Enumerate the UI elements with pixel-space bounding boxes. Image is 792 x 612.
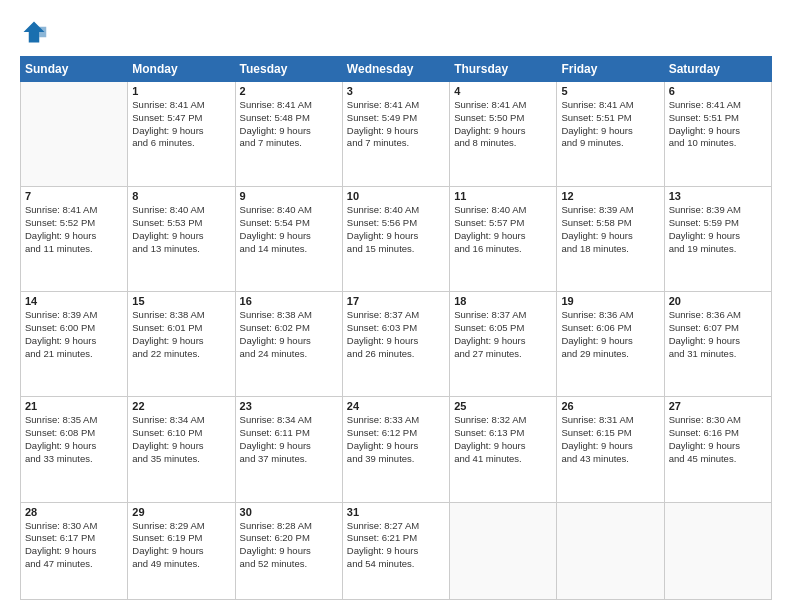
day-info: Sunrise: 8:29 AM Sunset: 6:19 PM Dayligh… [132,520,230,571]
day-number: 4 [454,85,552,97]
calendar-cell: 15Sunrise: 8:38 AM Sunset: 6:01 PM Dayli… [128,292,235,397]
day-number: 26 [561,400,659,412]
day-info: Sunrise: 8:41 AM Sunset: 5:48 PM Dayligh… [240,99,338,150]
logo-icon [20,18,48,46]
day-number: 11 [454,190,552,202]
day-info: Sunrise: 8:28 AM Sunset: 6:20 PM Dayligh… [240,520,338,571]
day-info: Sunrise: 8:39 AM Sunset: 5:58 PM Dayligh… [561,204,659,255]
calendar-cell: 11Sunrise: 8:40 AM Sunset: 5:57 PM Dayli… [450,187,557,292]
day-info: Sunrise: 8:30 AM Sunset: 6:17 PM Dayligh… [25,520,123,571]
calendar-header-sunday: Sunday [21,57,128,82]
day-info: Sunrise: 8:37 AM Sunset: 6:03 PM Dayligh… [347,309,445,360]
calendar-cell: 14Sunrise: 8:39 AM Sunset: 6:00 PM Dayli… [21,292,128,397]
calendar-table: SundayMondayTuesdayWednesdayThursdayFrid… [20,56,772,600]
calendar-header-row: SundayMondayTuesdayWednesdayThursdayFrid… [21,57,772,82]
calendar-week-row: 28Sunrise: 8:30 AM Sunset: 6:17 PM Dayli… [21,502,772,599]
calendar-cell: 20Sunrise: 8:36 AM Sunset: 6:07 PM Dayli… [664,292,771,397]
calendar-cell: 9Sunrise: 8:40 AM Sunset: 5:54 PM Daylig… [235,187,342,292]
day-info: Sunrise: 8:41 AM Sunset: 5:50 PM Dayligh… [454,99,552,150]
calendar-header-friday: Friday [557,57,664,82]
day-info: Sunrise: 8:41 AM Sunset: 5:51 PM Dayligh… [669,99,767,150]
day-number: 31 [347,506,445,518]
calendar-cell: 25Sunrise: 8:32 AM Sunset: 6:13 PM Dayli… [450,397,557,502]
day-info: Sunrise: 8:40 AM Sunset: 5:54 PM Dayligh… [240,204,338,255]
day-number: 28 [25,506,123,518]
calendar-cell: 27Sunrise: 8:30 AM Sunset: 6:16 PM Dayli… [664,397,771,502]
day-info: Sunrise: 8:32 AM Sunset: 6:13 PM Dayligh… [454,414,552,465]
day-number: 24 [347,400,445,412]
calendar-week-row: 7Sunrise: 8:41 AM Sunset: 5:52 PM Daylig… [21,187,772,292]
calendar-cell: 29Sunrise: 8:29 AM Sunset: 6:19 PM Dayli… [128,502,235,599]
day-number: 10 [347,190,445,202]
day-info: Sunrise: 8:34 AM Sunset: 6:11 PM Dayligh… [240,414,338,465]
logo [20,18,52,46]
calendar-cell [664,502,771,599]
day-info: Sunrise: 8:33 AM Sunset: 6:12 PM Dayligh… [347,414,445,465]
calendar-cell: 19Sunrise: 8:36 AM Sunset: 6:06 PM Dayli… [557,292,664,397]
calendar-cell: 12Sunrise: 8:39 AM Sunset: 5:58 PM Dayli… [557,187,664,292]
calendar-cell: 18Sunrise: 8:37 AM Sunset: 6:05 PM Dayli… [450,292,557,397]
day-info: Sunrise: 8:38 AM Sunset: 6:01 PM Dayligh… [132,309,230,360]
calendar-cell: 6Sunrise: 8:41 AM Sunset: 5:51 PM Daylig… [664,82,771,187]
day-number: 12 [561,190,659,202]
day-info: Sunrise: 8:41 AM Sunset: 5:51 PM Dayligh… [561,99,659,150]
day-number: 13 [669,190,767,202]
day-info: Sunrise: 8:36 AM Sunset: 6:07 PM Dayligh… [669,309,767,360]
day-number: 7 [25,190,123,202]
calendar-cell: 3Sunrise: 8:41 AM Sunset: 5:49 PM Daylig… [342,82,449,187]
calendar-cell: 23Sunrise: 8:34 AM Sunset: 6:11 PM Dayli… [235,397,342,502]
day-number: 15 [132,295,230,307]
svg-marker-1 [39,27,46,38]
day-info: Sunrise: 8:39 AM Sunset: 5:59 PM Dayligh… [669,204,767,255]
day-number: 16 [240,295,338,307]
day-number: 21 [25,400,123,412]
day-number: 8 [132,190,230,202]
day-number: 27 [669,400,767,412]
page: SundayMondayTuesdayWednesdayThursdayFrid… [0,0,792,612]
calendar-cell: 7Sunrise: 8:41 AM Sunset: 5:52 PM Daylig… [21,187,128,292]
calendar-cell [557,502,664,599]
calendar-week-row: 14Sunrise: 8:39 AM Sunset: 6:00 PM Dayli… [21,292,772,397]
calendar-cell: 17Sunrise: 8:37 AM Sunset: 6:03 PM Dayli… [342,292,449,397]
calendar-cell: 22Sunrise: 8:34 AM Sunset: 6:10 PM Dayli… [128,397,235,502]
calendar-header-thursday: Thursday [450,57,557,82]
day-number: 20 [669,295,767,307]
day-info: Sunrise: 8:37 AM Sunset: 6:05 PM Dayligh… [454,309,552,360]
calendar-cell: 10Sunrise: 8:40 AM Sunset: 5:56 PM Dayli… [342,187,449,292]
calendar-cell [450,502,557,599]
day-number: 6 [669,85,767,97]
calendar-header-saturday: Saturday [664,57,771,82]
day-info: Sunrise: 8:41 AM Sunset: 5:52 PM Dayligh… [25,204,123,255]
day-number: 9 [240,190,338,202]
calendar-cell: 16Sunrise: 8:38 AM Sunset: 6:02 PM Dayli… [235,292,342,397]
calendar-cell: 30Sunrise: 8:28 AM Sunset: 6:20 PM Dayli… [235,502,342,599]
day-info: Sunrise: 8:36 AM Sunset: 6:06 PM Dayligh… [561,309,659,360]
header [20,18,772,46]
day-info: Sunrise: 8:35 AM Sunset: 6:08 PM Dayligh… [25,414,123,465]
calendar-week-row: 1Sunrise: 8:41 AM Sunset: 5:47 PM Daylig… [21,82,772,187]
calendar-cell: 1Sunrise: 8:41 AM Sunset: 5:47 PM Daylig… [128,82,235,187]
day-info: Sunrise: 8:41 AM Sunset: 5:49 PM Dayligh… [347,99,445,150]
day-number: 5 [561,85,659,97]
day-number: 14 [25,295,123,307]
calendar-cell: 8Sunrise: 8:40 AM Sunset: 5:53 PM Daylig… [128,187,235,292]
calendar-cell: 28Sunrise: 8:30 AM Sunset: 6:17 PM Dayli… [21,502,128,599]
calendar-cell: 2Sunrise: 8:41 AM Sunset: 5:48 PM Daylig… [235,82,342,187]
day-number: 30 [240,506,338,518]
day-info: Sunrise: 8:40 AM Sunset: 5:56 PM Dayligh… [347,204,445,255]
calendar-cell: 24Sunrise: 8:33 AM Sunset: 6:12 PM Dayli… [342,397,449,502]
calendar-cell: 21Sunrise: 8:35 AM Sunset: 6:08 PM Dayli… [21,397,128,502]
day-number: 22 [132,400,230,412]
day-info: Sunrise: 8:41 AM Sunset: 5:47 PM Dayligh… [132,99,230,150]
calendar-header-monday: Monday [128,57,235,82]
day-info: Sunrise: 8:38 AM Sunset: 6:02 PM Dayligh… [240,309,338,360]
calendar-week-row: 21Sunrise: 8:35 AM Sunset: 6:08 PM Dayli… [21,397,772,502]
day-number: 23 [240,400,338,412]
day-number: 1 [132,85,230,97]
calendar-cell: 5Sunrise: 8:41 AM Sunset: 5:51 PM Daylig… [557,82,664,187]
day-number: 3 [347,85,445,97]
calendar-cell [21,82,128,187]
day-info: Sunrise: 8:31 AM Sunset: 6:15 PM Dayligh… [561,414,659,465]
day-info: Sunrise: 8:27 AM Sunset: 6:21 PM Dayligh… [347,520,445,571]
day-info: Sunrise: 8:40 AM Sunset: 5:53 PM Dayligh… [132,204,230,255]
